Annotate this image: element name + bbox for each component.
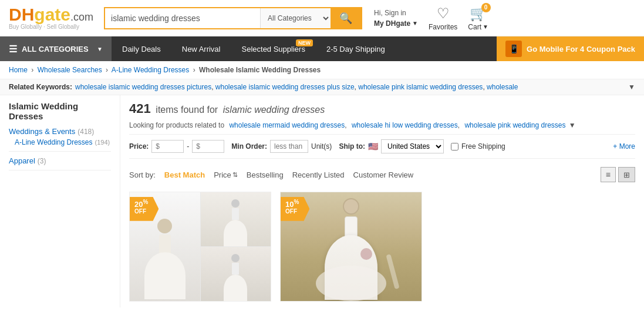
price-from-input[interactable] [151,140,184,153]
min-order-input[interactable] [270,140,308,153]
related-product-3[interactable]: wholesale pink wedding dresses [464,121,565,129]
sidebar-subcat-aline-label: A-Line Wedding Dresses [15,138,93,146]
min-order-filter: Min Order: Unit(s) [231,140,332,153]
coupon-text: Go Mobile For 4 Coupon Pack [527,45,635,54]
cart-badge: 0 [481,3,491,12]
header-right: Hi, Sign in My DHgate ▼ ♡ Favorites 🛒 0 … [374,5,488,31]
account-section: Hi, Sign in My DHgate ▼ [374,8,418,29]
breadcrumb-sep-2: › [106,66,108,74]
related-keywords-links: wholesale islamic wedding dresses pictur… [75,83,625,91]
related-keywords-bar: Related Keywords: wholesale islamic wedd… [0,79,644,95]
breadcrumb-wholesale-searches[interactable]: Wholesale Searches [38,66,102,74]
related-product-1[interactable]: wholesale mermaid wedding dresses [229,121,345,129]
cart-section[interactable]: 🛒 0 Cart ▼ [468,5,488,31]
sidebar-cat-apparel-count: (3) [38,157,46,165]
menu-icon: ☰ [9,44,17,55]
results-query: islamic wedding dresses [223,105,325,115]
logo-gate: gate [34,6,70,24]
more-filters-link[interactable]: + More [613,142,635,151]
sort-bar: Sort by: Best Match Price ⇅ Bestselling … [129,163,635,186]
flag-icon: 🇺🇸 [368,142,378,151]
related-products-row: Looking for products related to wholesal… [129,121,635,129]
chevron-down-icon: ▼ [97,46,103,52]
sidebar-divider [9,151,111,152]
related-keyword-4[interactable]: wholesale [487,83,518,91]
sort-price[interactable]: Price ⇅ [214,170,238,179]
product-image-1: 20%OFF [130,192,271,301]
price-to-input[interactable] [192,140,224,153]
nav-link-shipping[interactable]: 2-5 Day Shipping [316,36,396,61]
all-categories-label: ALL CATEGORIES [22,45,89,54]
search-input[interactable] [105,8,260,28]
breadcrumb-home[interactable]: Home [9,66,28,74]
sidebar-title: Islamic Wedding Dresses [9,101,111,121]
nav-link-new-arrival[interactable]: New Arrival [171,36,231,61]
related-product-2[interactable]: wholesale hi low wedding dresses [352,121,458,129]
coupon-banner[interactable]: 📱 Go Mobile For 4 Coupon Pack [497,36,644,61]
sidebar: Islamic Wedding Dresses Weddings & Event… [0,95,120,307]
expand-more-icon[interactable]: ▼ [569,121,576,129]
all-categories-btn[interactable]: ☰ ALL CATEGORIES ▼ [0,36,112,61]
nav-link-selected-suppliers[interactable]: Selected Suppliers NEW [231,36,316,61]
main: Islamic Wedding Dresses Weddings & Event… [0,95,644,307]
header: DHgate.com Buy Globally · Sell Globally … [0,0,644,36]
sidebar-cat-weddings-count: (418) [77,128,94,136]
coupon-icon: 📱 [505,41,522,57]
expand-icon[interactable]: ▼ [628,83,635,91]
ship-to-select[interactable]: United States [381,139,444,153]
nav-link-daily-deals[interactable]: Daily Deals [112,36,171,61]
sort-bestselling[interactable]: Bestselling [247,170,284,179]
favorites-section[interactable]: ♡ Favorites [429,5,457,31]
breadcrumb-current: Wholesale Islamic Wedding Dresses [199,66,321,74]
sidebar-subcat-aline[interactable]: A-Line Wedding Dresses (194) [9,137,111,148]
hi-sign-in: Hi, Sign in [374,8,418,18]
category-select[interactable]: All Categories [260,8,331,28]
sidebar-cat-apparel[interactable]: Apparel (3) [9,155,111,166]
search-bar: All Categories 🔍 [104,7,362,29]
sidebar-cat-weddings-label: Weddings & Events [9,127,75,136]
favorites-label: Favorites [429,23,457,31]
ship-to-filter: Ship to: 🇺🇸 United States [339,139,444,153]
units-label: Unit(s) [311,142,332,151]
results-count-num: 421 [129,101,151,116]
discount-badge-2: 10%OFF [281,197,309,221]
logo[interactable]: DHgate.com Buy Globally · Sell Globally [9,6,93,30]
new-badge: NEW [296,39,313,46]
product-card[interactable]: 20%OFF [129,192,271,302]
sidebar-subcat-aline-count: (194) [95,139,110,146]
logo-tagline: Buy Globally · Sell Globally [9,24,93,30]
heart-icon: ♡ [437,5,450,22]
related-keyword-3[interactable]: wholesale pink islamic wedding dresses [358,83,483,91]
free-shipping-checkbox[interactable] [451,143,458,151]
price-separator: - [187,142,189,151]
nav: ☰ ALL CATEGORIES ▼ Daily Deals New Arriv… [0,36,644,61]
min-order-label: Min Order: [231,142,267,151]
free-shipping-filter: Free Shipping [451,142,505,151]
my-dhgate-link[interactable]: My DHgate ▼ [374,18,418,29]
sidebar-cat-apparel-label: Apparel [9,156,35,165]
grid-view-btn[interactable]: ⊞ [618,167,635,182]
related-products-text: Looking for products related to [129,121,224,129]
dropdown-arrow-icon: ▼ [412,19,418,28]
breadcrumb-sep-1: › [31,66,33,74]
breadcrumb: Home › Wholesale Searches › A-Line Weddi… [0,61,644,79]
search-button[interactable]: 🔍 [331,8,361,28]
sort-customer-review[interactable]: Customer Review [353,170,414,179]
related-keywords-label: Related Keywords: [9,83,72,91]
sort-best-match[interactable]: Best Match [164,170,205,179]
breadcrumb-aline[interactable]: A-Line Wedding Dresses [112,66,190,74]
product-image-2: 10%OFF [281,192,422,301]
price-label: Price: [129,142,149,151]
sort-recently-listed[interactable]: Recently Listed [292,170,345,179]
related-keyword-2[interactable]: wholesale islamic wedding dresses plus s… [215,83,355,91]
related-keyword-1[interactable]: wholesale islamic wedding dresses pictur… [75,83,211,91]
price-filter: Price: - [129,140,224,153]
product-card-2[interactable]: 10%OFF [280,192,422,302]
cart-label: Cart ▼ [468,23,488,31]
discount-badge-1: 20%OFF [130,197,159,221]
breadcrumb-sep-3: › [193,66,195,74]
sidebar-cat-weddings[interactable]: Weddings & Events (418) [9,126,111,137]
list-view-btn[interactable]: ≡ [601,167,616,182]
results-items-text: items found for [156,105,218,115]
sort-label: Sort by: [129,170,156,179]
